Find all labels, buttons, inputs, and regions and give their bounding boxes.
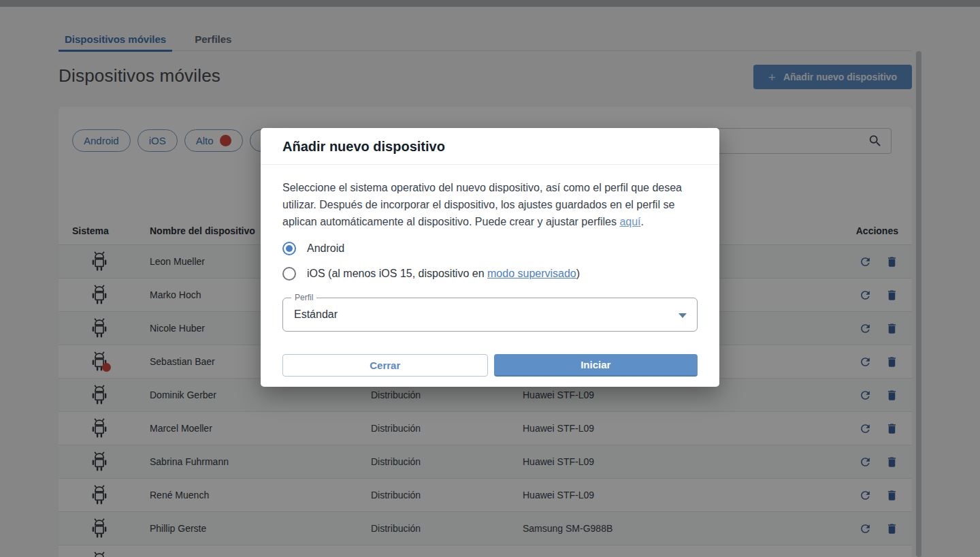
add-device-modal: Añadir nuevo dispositivo Seleccione el s… xyxy=(261,128,719,387)
modal-title: Añadir nuevo dispositivo xyxy=(282,139,698,155)
start-button[interactable]: Iniciar xyxy=(494,354,698,377)
profile-select-label: Perfil xyxy=(291,293,316,302)
radio-selected-icon xyxy=(282,242,296,255)
profiles-here-link[interactable]: aquí xyxy=(619,216,640,227)
modal-actions: Cerrar Iniciar xyxy=(282,354,698,377)
profile-select-value: Estándar xyxy=(294,308,338,321)
close-button[interactable]: Cerrar xyxy=(282,354,488,377)
radio-android-label: Android xyxy=(307,242,344,255)
modal-body: Seleccione el sistema operativo del nuev… xyxy=(261,165,719,377)
supervised-mode-link[interactable]: modo supervisado xyxy=(487,268,576,279)
chevron-down-icon xyxy=(679,313,687,318)
radio-unselected-icon xyxy=(282,267,296,281)
modal-header: Añadir nuevo dispositivo xyxy=(261,128,719,165)
radio-ios[interactable]: iOS (al menos iOS 15, dispositivo en mod… xyxy=(282,267,698,281)
profile-select[interactable]: Perfil Estándar xyxy=(282,298,698,332)
modal-description: Seleccione el sistema operativo del nuev… xyxy=(282,179,698,230)
radio-ios-label: iOS (al menos iOS 15, dispositivo en mod… xyxy=(307,268,580,280)
radio-android[interactable]: Android xyxy=(282,242,698,255)
